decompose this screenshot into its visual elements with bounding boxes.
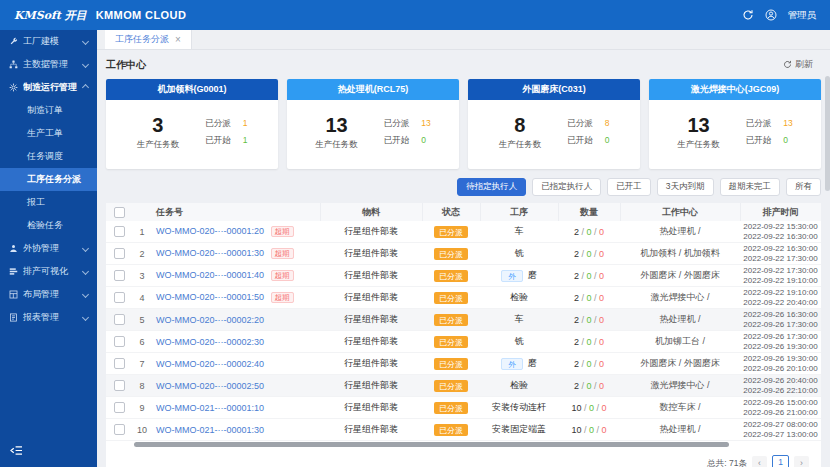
tab-process-task-dispatch[interactable]: 工序任务分派 × [105, 30, 192, 49]
sidebar-item-6[interactable]: 报表管理 [0, 306, 97, 329]
workcenter-card-3[interactable]: 激光焊接中心(JGC09) 13 生产任务数 已分派 13 已开始 0 [649, 79, 821, 169]
filter-button-5[interactable]: 所有 [786, 178, 821, 196]
sidebar-item-4[interactable]: 排产可视化 [0, 260, 97, 283]
qty-total: 10 [571, 425, 581, 435]
sidebar-item-0[interactable]: 工厂建模 [0, 30, 97, 53]
schedule-start: 2022-09-26 19:30:00 [742, 354, 819, 364]
schedule-start: 2022-09-22 17:30:00 [742, 266, 819, 276]
task-number-link[interactable]: WO-MMO-021-··-00001:10 [156, 403, 264, 413]
process-cell: 车 [515, 226, 524, 236]
overdue-badge: 超期 [271, 226, 294, 237]
sidebar-menu: 工厂建模 主数据管理 制造运行管理 制造订单生产工单任务调度工序任务分派报工检验… [0, 30, 97, 329]
task-number-link[interactable]: WO-MMO-020-··-00001:40 [156, 270, 264, 280]
refresh-icon[interactable] [742, 9, 754, 21]
started-label: 已开始 [384, 135, 410, 147]
username[interactable]: 管理员 [788, 9, 817, 22]
row-index: 5 [139, 315, 144, 325]
row-checkbox[interactable] [114, 402, 125, 413]
task-number-link[interactable]: WO-MMO-020-··-00002:20 [156, 315, 264, 325]
layout-icon [9, 290, 18, 299]
table-row[interactable]: 7 WO-MMO-020-··-00002:40 行星组件部装 已分派 外磨 2… [106, 353, 821, 375]
workcenter-card-1[interactable]: 热处理机(RCL75) 13 生产任务数 已分派 13 已开始 0 [287, 79, 459, 169]
table-row[interactable]: 5 WO-MMO-020-··-00002:20 行星组件部装 已分派 车 2 … [106, 309, 821, 331]
task-count: 13 [315, 115, 358, 136]
sidebar-subitem-2-5[interactable]: 检验任务 [0, 214, 97, 237]
sidebar-subitem-2-2[interactable]: 任务调度 [0, 145, 97, 168]
task-number-link[interactable]: WO-MMO-020-··-00002:30 [156, 337, 264, 347]
refresh-button[interactable]: 刷新 [783, 58, 821, 71]
workcenter-cell: 热处理机 / [659, 226, 700, 236]
row-checkbox[interactable] [114, 314, 125, 325]
sidebar-subitem-2-1[interactable]: 生产工单 [0, 122, 97, 145]
tab-label: 工序任务分派 [115, 33, 169, 46]
row-checkbox[interactable] [114, 424, 125, 435]
chevron-down-icon [82, 268, 89, 275]
filter-button-4[interactable]: 超期未完工 [720, 178, 781, 196]
close-icon[interactable]: × [175, 35, 181, 45]
prev-page-button[interactable]: ‹ [752, 456, 767, 467]
table-row[interactable]: 3 WO-MMO-020-··-00001:40 超期 行星组件部装 已分派 外… [106, 265, 821, 287]
select-all-checkbox[interactable] [114, 207, 125, 218]
row-checkbox[interactable] [114, 270, 125, 281]
sidebar-item-3[interactable]: 外协管理 [0, 237, 97, 260]
table-row[interactable]: 4 WO-MMO-020-··-00001:50 超期 行星组件部装 已分派 检… [106, 287, 821, 309]
filter-button-0[interactable]: 待指定执行人 [457, 178, 526, 196]
horizontal-scrollbar-thumb[interactable] [134, 442, 729, 447]
workcenter-card-title: 热处理机(RCL75) [287, 79, 459, 100]
vertical-scrollbar-thumb[interactable] [825, 76, 830, 191]
workcenter-card-2[interactable]: 外圆磨床(C031) 8 生产任务数 已分派 8 已开始 0 [468, 79, 640, 169]
task-number-link[interactable]: WO-MMO-020-··-00002:40 [156, 359, 264, 369]
workcenter-card-title: 机加领料(G0001) [106, 79, 278, 100]
qty-bad: 0 [599, 337, 604, 347]
task-number-link[interactable]: WO-MMO-020-··-00002:50 [156, 381, 264, 391]
table-row[interactable]: 10 WO-MMO-021-··-00001:30 行星组件部装 已分派 安装固… [106, 419, 821, 441]
row-index: 8 [139, 381, 144, 391]
table-row[interactable]: 1 WO-MMO-020-··-00001:20 超期 行星组件部装 已分派 车… [106, 221, 821, 243]
qty-bad: 0 [599, 271, 604, 281]
sidebar-item-5[interactable]: 布局管理 [0, 283, 97, 306]
table-row[interactable]: 2 WO-MMO-020-··-00001:30 超期 行星组件部装 已分派 铣… [106, 243, 821, 265]
sidebar-subitem-2-3[interactable]: 工序任务分派 [0, 168, 97, 191]
row-checkbox[interactable] [114, 380, 125, 391]
sidebar-item-2[interactable]: 制造运行管理 [0, 76, 97, 99]
table-row[interactable]: 8 WO-MMO-020-··-00002:50 行星组件部装 已分派 检验 2… [106, 375, 821, 397]
task-number-link[interactable]: WO-MMO-021-··-00001:30 [156, 425, 264, 435]
table-header-row: 任务号 物料 状态 工序 数量 工作中心 排产时间 [106, 203, 821, 221]
row-checkbox[interactable] [114, 336, 125, 347]
task-number-link[interactable]: WO-MMO-020-··-00001:50 [156, 292, 264, 302]
row-checkbox[interactable] [114, 358, 125, 369]
schedule-start: 2022-09-26 20:40:00 [742, 376, 819, 386]
table-row[interactable]: 6 WO-MMO-020-··-00002:30 行星组件部装 已分派 铣 2 … [106, 331, 821, 353]
task-count: 13 [677, 115, 720, 136]
qty-bad: 0 [599, 293, 604, 303]
row-checkbox[interactable] [114, 248, 125, 259]
process-cell: 铣 [515, 248, 524, 258]
task-number-link[interactable]: WO-MMO-020-··-00001:30 [156, 248, 264, 258]
task-count-label: 生产任务数 [315, 139, 358, 151]
vertical-scrollbar[interactable] [825, 50, 830, 467]
overdue-badge: 超期 [271, 270, 294, 281]
sidebar-subitem-2-0[interactable]: 制造订单 [0, 99, 97, 122]
collapse-sidebar-icon[interactable] [10, 442, 23, 460]
next-page-button[interactable]: › [794, 456, 809, 467]
column-header-workcenter: 工作中心 [620, 203, 740, 221]
status-badge: 已分派 [434, 248, 468, 260]
task-number-link[interactable]: WO-MMO-020-··-00001:20 [156, 226, 264, 236]
row-checkbox[interactable] [114, 226, 125, 237]
assigned-count: 8 [605, 118, 610, 130]
filter-button-1[interactable]: 已指定执行人 [532, 178, 601, 196]
sidebar-subitem-2-4[interactable]: 报工 [0, 191, 97, 214]
assigned-label: 已分派 [746, 118, 772, 130]
table-row[interactable]: 9 WO-MMO-021-··-00001:10 行星组件部装 已分派 安装传动… [106, 397, 821, 419]
workcenter-card-0[interactable]: 机加领料(G0001) 3 生产任务数 已分派 1 已开始 1 [106, 79, 278, 169]
row-checkbox[interactable] [114, 292, 125, 303]
material-cell: 行星组件部装 [344, 336, 398, 346]
horizontal-scrollbar[interactable] [110, 442, 817, 447]
page-1-button[interactable]: 1 [772, 455, 789, 467]
user-avatar-icon[interactable] [765, 9, 777, 21]
column-header-process: 工序 [480, 203, 558, 221]
sidebar-item-1[interactable]: 主数据管理 [0, 53, 97, 76]
status-badge: 已分派 [434, 336, 468, 348]
filter-button-3[interactable]: 3天内到期 [657, 178, 714, 196]
filter-button-2[interactable]: 已开工 [607, 178, 651, 196]
